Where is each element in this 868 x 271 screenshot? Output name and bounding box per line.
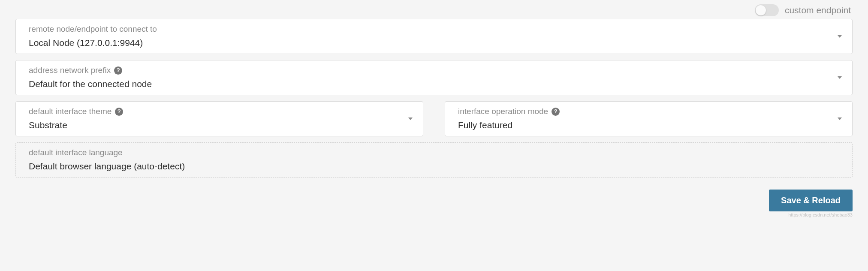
theme-value: Substrate (29, 118, 410, 132)
address-prefix-select[interactable]: address network prefix ? Default for the… (15, 60, 853, 95)
help-icon[interactable]: ? (115, 108, 123, 116)
chevron-down-icon (838, 35, 842, 38)
custom-endpoint-toggle[interactable] (755, 4, 779, 16)
address-prefix-label: address network prefix ? (29, 65, 839, 76)
address-prefix-value: Default for the connected node (29, 77, 839, 91)
language-select: default interface language Default brows… (15, 142, 853, 178)
operation-mode-value: Fully featured (458, 118, 839, 132)
endpoint-select[interactable]: remote node/endpoint to connect to Local… (15, 19, 853, 54)
theme-label: default interface theme ? (29, 106, 410, 117)
chevron-down-icon (408, 117, 413, 120)
watermark: https://blog.csdn.net/shebao33 (788, 212, 853, 217)
toggle-knob (756, 5, 766, 15)
chevron-down-icon (838, 76, 842, 79)
chevron-down-icon (838, 117, 842, 120)
save-reload-button[interactable]: Save & Reload (769, 190, 853, 211)
language-label: default interface language (29, 147, 839, 159)
help-icon[interactable]: ? (114, 66, 122, 75)
endpoint-value: Local Node (127.0.0.1:9944) (29, 36, 839, 50)
language-value: Default browser language (auto-detect) (29, 160, 839, 173)
custom-endpoint-toggle-label: custom endpoint (785, 5, 851, 15)
endpoint-label: remote node/endpoint to connect to (29, 24, 839, 35)
theme-select[interactable]: default interface theme ? Substrate (15, 101, 423, 136)
help-icon[interactable]: ? (552, 108, 560, 116)
operation-mode-label: interface operation mode ? (458, 106, 839, 117)
operation-mode-select[interactable]: interface operation mode ? Fully feature… (445, 101, 853, 136)
